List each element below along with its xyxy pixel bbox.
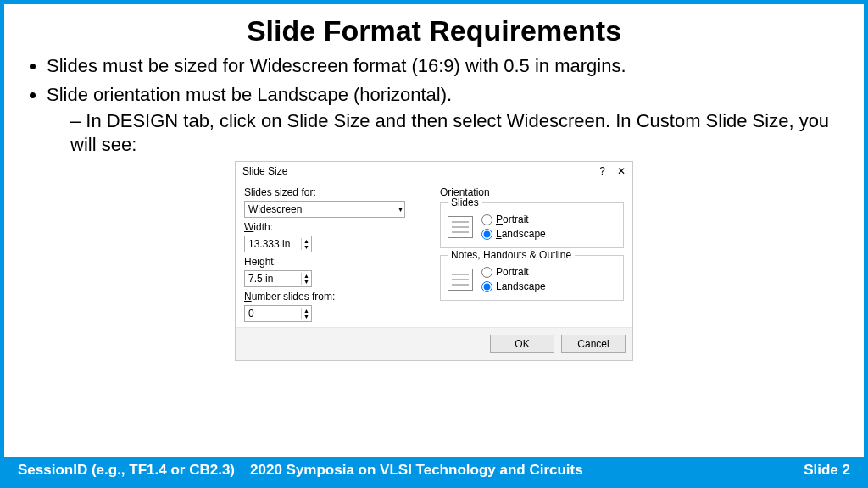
close-icon[interactable]: ✕ (617, 165, 626, 178)
number-from-label: Number slides from: (244, 291, 428, 303)
slide-title: Slide Format Requirements (4, 14, 864, 47)
footer-session: SessionID (e.g., TF1.4 or CB2.3) (18, 462, 235, 479)
slide-body: Slides must be sized for Widescreen form… (4, 47, 864, 361)
bullet-1: Slides must be sized for Widescreen form… (47, 54, 840, 78)
slides-portrait-radio[interactable]: Portrait (481, 214, 546, 226)
notes-orientation-group: Notes, Handouts & Outline Portrait Lands… (440, 255, 624, 301)
page-portrait-icon (448, 269, 473, 291)
width-label: Width: (244, 221, 428, 234)
height-value: 7.5 in (248, 273, 273, 286)
bullet-2-text: Slide orientation must be Landscape (hor… (47, 84, 452, 105)
slides-sized-for-combo[interactable]: Widescreen ▾ (244, 201, 405, 218)
slide-frame: Slide Format Requirements Slides must be… (0, 0, 868, 488)
dialog-titlebar: Slide Size ? ✕ (236, 162, 632, 180)
ok-button[interactable]: OK (490, 335, 554, 353)
slides-group-legend: Slides (448, 197, 482, 209)
bullet-2: Slide orientation must be Landscape (hor… (47, 83, 840, 157)
dialog-caption: Slide Size (242, 165, 287, 178)
slides-sized-for-label: Slides sized for: (244, 186, 428, 199)
width-value: 13.333 in (248, 238, 290, 251)
height-label: Height: (244, 256, 428, 269)
bullet-2a: In DESIGN tab, click on Slide Size and t… (70, 109, 840, 156)
spinner-arrows-icon: ▲▼ (301, 238, 311, 250)
notes-group-legend: Notes, Handouts & Outline (448, 249, 575, 262)
footer-conference: 2020 Symposia on VLSI Technology and Cir… (235, 462, 804, 479)
cancel-button[interactable]: Cancel (561, 335, 626, 353)
number-from-value: 0 (248, 308, 254, 320)
dialog-left-column: Slides sized for: Widescreen ▾ Width: 13… (244, 183, 428, 322)
height-spinner[interactable]: 7.5 in ▲▼ (244, 270, 312, 287)
slides-sized-for-value: Widescreen (248, 203, 302, 216)
dialog-button-row: OK Cancel (236, 327, 632, 360)
footer-page: Slide 2 (804, 462, 850, 479)
page-portrait-icon (448, 216, 473, 238)
chevron-down-icon: ▾ (398, 204, 403, 215)
slides-orientation-group: Slides Portrait Landscape (440, 202, 624, 248)
dialog-right-column: Orientation Slides Portrait Landscape (440, 183, 624, 322)
help-icon[interactable]: ? (599, 165, 605, 178)
number-from-spinner[interactable]: 0 ▲▼ (244, 305, 312, 322)
notes-landscape-radio[interactable]: Landscape (481, 280, 546, 293)
slide-size-dialog: Slide Size ? ✕ Slides sized for: Widescr… (235, 161, 633, 361)
slide-footer: SessionID (e.g., TF1.4 or CB2.3) 2020 Sy… (4, 457, 864, 484)
spinner-arrows-icon: ▲▼ (301, 273, 311, 285)
slides-landscape-radio[interactable]: Landscape (481, 228, 546, 241)
spinner-arrows-icon: ▲▼ (301, 308, 311, 319)
notes-portrait-radio[interactable]: Portrait (481, 266, 546, 279)
width-spinner[interactable]: 13.333 in ▲▼ (244, 236, 312, 252)
